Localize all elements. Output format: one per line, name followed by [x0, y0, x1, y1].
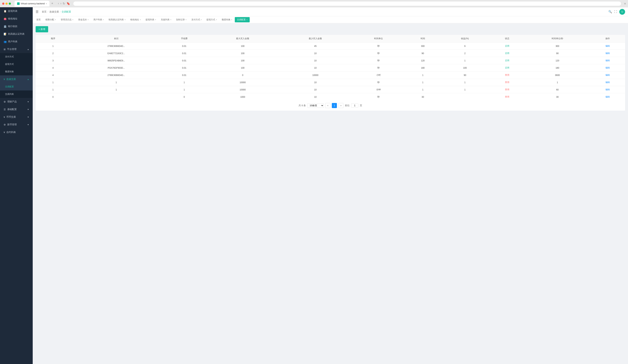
tab-label: 管理员日志	[61, 18, 72, 21]
sidebar-section-flash-trade[interactable]: ¥ 急速交易 ▲	[0, 75, 33, 83]
prev-page-button[interactable]: ‹	[325, 103, 330, 108]
content-area: + 新增 顺序 标识 手续费 最大买入金额 最少买入金额 时间单位 时间 收益(…	[33, 23, 628, 364]
nav-forward-icon[interactable]: ›	[60, 2, 61, 5]
edit-button[interactable]: 编辑	[606, 81, 610, 83]
goto-prefix: 前往	[345, 104, 350, 107]
add-new-button[interactable]: + 新增	[36, 26, 48, 32]
tab-close-icon[interactable]: ×	[140, 19, 141, 21]
close-button[interactable]	[2, 2, 4, 5]
tab-withdrawal-method[interactable]: 提现方式 ×	[204, 17, 219, 22]
tab-close-icon[interactable]: ×	[55, 19, 56, 21]
nav-refresh-icon[interactable]: ↻	[63, 2, 65, 5]
cell-action[interactable]: 编辑	[590, 79, 625, 86]
tab-close-icon[interactable]: ×	[170, 19, 171, 21]
edit-button[interactable]: 编辑	[606, 95, 610, 98]
tab-fund-flow[interactable]: 资金流水 ×	[76, 17, 91, 22]
edit-button[interactable]: 编辑	[606, 74, 610, 76]
tab-close-icon[interactable]: ×	[124, 19, 126, 21]
sidebar-section-financial[interactable]: ⚙ 理财产品 ▼	[0, 98, 33, 106]
sidebar-section-coin-trade[interactable]: ¥ 币币交易 ▼	[0, 113, 33, 121]
tab-home[interactable]: 首页	[34, 17, 43, 22]
tab-close-icon[interactable]: ×	[231, 19, 232, 21]
new-tab-button[interactable]: +	[50, 2, 54, 5]
cell-action[interactable]: 编辑	[590, 72, 625, 79]
cell-order: 2	[36, 50, 70, 57]
tab-close-icon[interactable]: ×	[201, 19, 202, 21]
sidebar-sub-label: 提现方式	[5, 63, 14, 66]
tab-close-icon[interactable]: ×	[87, 19, 89, 21]
sidebar-section-label: 新币管理	[7, 123, 17, 126]
breadcrumb-level2[interactable]: 急速交易	[49, 10, 59, 13]
browser-menu-icon[interactable]: ≡	[624, 2, 626, 5]
sidebar-item-bank-collection[interactable]: 🏦 银行收款	[0, 22, 33, 30]
sidebar-item-user-list[interactable]: 👥 用户列表	[0, 38, 33, 45]
tab-withdrawal-list[interactable]: 提现列表 ×	[143, 17, 158, 22]
tab-permissions[interactable]: 权限分配 ×	[43, 17, 58, 22]
tab-label: 资金流水	[78, 18, 87, 21]
next-page-button[interactable]: ›	[338, 103, 343, 108]
fullscreen-button[interactable]	[9, 2, 11, 5]
tab-kyc-list[interactable]: 初高级认证列表 ×	[106, 17, 128, 22]
sidebar-item-kyc-list[interactable]: 📝 初高级认证列表	[0, 30, 33, 38]
address-bar[interactable]	[73, 1, 621, 6]
sidebar-item-withdrawal-list[interactable]: 📋 提现列表	[0, 7, 33, 15]
tab-close-icon[interactable]: ×	[246, 19, 247, 21]
fullscreen-icon[interactable]: ⛶	[614, 10, 617, 13]
tab-close-icon[interactable]: ×	[185, 19, 187, 21]
tab-admin-log[interactable]: 管理员日志 ×	[59, 17, 76, 22]
sidebar-item-withdrawal-method[interactable]: 提现方式	[0, 61, 33, 68]
cell-action[interactable]: 编辑	[590, 57, 625, 64]
edit-button[interactable]: 编辑	[606, 52, 610, 55]
page-1-button[interactable]: 1	[332, 103, 337, 108]
tab-trade-config[interactable]: 交易配置 ×	[235, 17, 250, 22]
cell-action[interactable]: 编辑	[590, 43, 625, 50]
sidebar-item-contract-list[interactable]: ¥ 合约列表	[0, 128, 33, 136]
minimize-button[interactable]	[5, 2, 8, 5]
tab-close-icon[interactable]: ×	[103, 19, 104, 21]
sidebar-item-wallet-address[interactable]: 👛 钱包地址	[0, 15, 33, 22]
tab-quota-conversion[interactable]: 额度转换 ×	[220, 17, 235, 22]
tab-close-icon[interactable]: ×	[155, 19, 156, 21]
sidebar-item-trade-config[interactable]: 交易配置	[0, 83, 33, 90]
tab-recharge-list[interactable]: 充值列表 ×	[159, 17, 173, 22]
breadcrumb: 首页 / 急速交易 / 交易配置	[42, 10, 71, 13]
cell-fee: 1	[162, 86, 206, 93]
tab-user-list[interactable]: 用户列表 ×	[91, 17, 106, 22]
tab-close-icon[interactable]: ×	[216, 19, 217, 21]
goto-page-input[interactable]	[351, 104, 358, 108]
edit-button[interactable]: 编辑	[606, 59, 610, 62]
tab-close-icon[interactable]: ×	[72, 19, 74, 21]
cell-time-unit: 小时	[352, 72, 405, 79]
edit-button[interactable]: 编辑	[606, 45, 610, 47]
nav-icons: ‹ › ↻ 🔖	[58, 2, 70, 5]
edit-button[interactable]: 编辑	[606, 67, 610, 69]
cell-action[interactable]: 编辑	[590, 86, 625, 93]
tab-payment-method[interactable]: 支付方式 ×	[189, 17, 204, 22]
sidebar-section-basic-config[interactable]: ☰ 基础配置 ▼	[0, 106, 33, 113]
sidebar-section-label: 理财产品	[7, 100, 17, 103]
tab-close-button[interactable]: ×	[46, 2, 47, 5]
cell-action[interactable]: 编辑	[590, 93, 625, 101]
cell-min-buy: 10	[279, 50, 352, 57]
search-icon[interactable]: 🔍	[608, 10, 612, 13]
sidebar-section-new-coin[interactable]: ⚙ 新币管理 ▼	[0, 121, 33, 128]
cell-action[interactable]: 编辑	[590, 50, 625, 57]
breadcrumb-home[interactable]: 首页	[42, 10, 47, 13]
sidebar-section-platform[interactable]: ⊞ 平台管理 ▲	[0, 45, 33, 53]
col-time-unit: 时间单位	[352, 35, 405, 43]
edit-button[interactable]: 编辑	[606, 88, 610, 91]
sidebar-item-trade-list[interactable]: 交易列表	[0, 90, 33, 98]
avatar[interactable]: U	[619, 9, 625, 15]
nav-back-icon[interactable]: ‹	[58, 2, 59, 5]
nav-bookmark-icon[interactable]: 🔖	[67, 2, 70, 5]
sidebar-sub-label: 额度转换	[5, 70, 14, 73]
cell-action[interactable]: 编辑	[590, 64, 625, 72]
hamburger-icon[interactable]: ☰	[36, 10, 39, 14]
browser-tab[interactable]: Virtual currency backend ×	[14, 1, 49, 6]
tab-transfer-record[interactable]: 划转记录 ×	[174, 17, 189, 22]
tab-wallet-addr[interactable]: 钱包地址 ×	[128, 17, 143, 22]
sidebar-item-payment-method[interactable]: 支付方式	[0, 53, 33, 61]
page-size-select[interactable]: 10条/页 20条/页 50条/页	[307, 103, 324, 108]
cell-status: 禁用	[490, 93, 524, 101]
sidebar-item-quota-conversion[interactable]: 额度转换	[0, 68, 33, 75]
